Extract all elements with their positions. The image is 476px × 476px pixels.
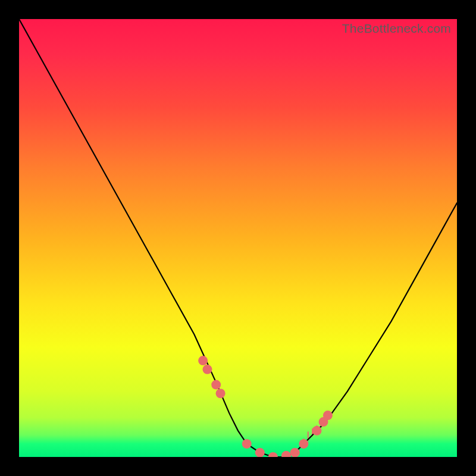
highlight-dot — [242, 439, 252, 449]
highlight-dots — [198, 356, 333, 457]
plot-area: TheBottleneck.com — [19, 19, 457, 457]
highlight-dot — [281, 451, 291, 457]
highlight-dot — [323, 411, 333, 420]
highlight-dot — [290, 448, 300, 457]
bottleneck-curve — [19, 19, 457, 457]
highlight-dot — [312, 426, 321, 436]
curve-layer — [19, 19, 457, 457]
highlight-dot — [198, 356, 208, 365]
highlight-dot — [202, 365, 212, 374]
highlight-dot — [299, 439, 308, 449]
highlight-dot — [255, 448, 265, 457]
chart-frame: TheBottleneck.com — [0, 0, 476, 476]
highlight-dot — [211, 380, 221, 390]
highlight-dot — [216, 389, 226, 398]
highlight-dot — [268, 452, 278, 457]
